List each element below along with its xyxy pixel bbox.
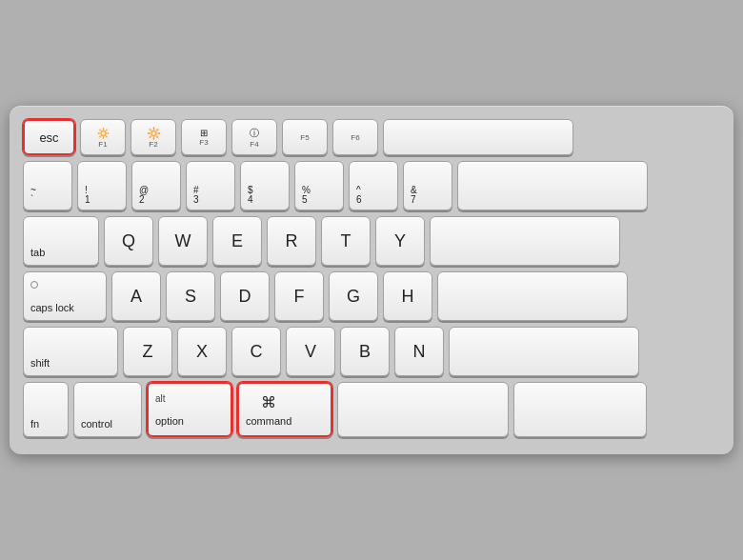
- key-f4[interactable]: ⓘ F4: [231, 119, 277, 155]
- capslock-dot-icon: [30, 281, 38, 289]
- key-2-bot: 2: [139, 195, 145, 205]
- key-h[interactable]: H: [383, 271, 432, 321]
- key-d-label: D: [228, 277, 262, 315]
- bottom-row: fn control alt option ⌘ command: [23, 382, 720, 437]
- key-e-label: E: [220, 222, 254, 260]
- key-tab[interactable]: tab: [23, 216, 99, 266]
- key-5-bot: 5: [302, 195, 308, 205]
- key-8-partial[interactable]: [457, 161, 648, 210]
- key-c[interactable]: C: [231, 327, 281, 376]
- key-1[interactable]: ! 1: [77, 161, 127, 210]
- key-3-bot: 3: [193, 195, 199, 205]
- key-g-label: G: [336, 277, 371, 315]
- key-capslock-label: caps lock: [30, 302, 74, 313]
- key-tilde[interactable]: ~ `: [23, 161, 72, 210]
- key-option[interactable]: alt option: [147, 382, 232, 437]
- key-6[interactable]: ^ 6: [349, 161, 398, 210]
- key-5[interactable]: % 5: [294, 161, 344, 210]
- key-z[interactable]: Z: [123, 327, 172, 376]
- key-command-symbol: ⌘: [261, 393, 276, 411]
- zxcv-row: shift Z X C V B N: [23, 327, 720, 376]
- key-f6-partial[interactable]: [383, 119, 573, 155]
- key-f2[interactable]: 🔆 F2: [131, 119, 176, 155]
- key-s-label: S: [173, 277, 208, 315]
- key-q-label: Q: [111, 222, 146, 260]
- key-shift-label: shift: [30, 357, 50, 369]
- key-f6-content: F6: [340, 125, 371, 150]
- key-f-label: F: [282, 277, 316, 315]
- key-1-bot: 1: [85, 195, 90, 205]
- key-4-bot: 4: [248, 195, 253, 205]
- key-2[interactable]: @ 2: [131, 161, 181, 210]
- key-x[interactable]: X: [177, 327, 227, 376]
- qwerty-row: tab Q W E R T Y: [23, 216, 720, 266]
- key-e[interactable]: E: [212, 216, 262, 266]
- key-b-label: B: [348, 332, 382, 370]
- asdf-row: caps lock A S D F G H: [23, 271, 720, 321]
- key-space-partial[interactable]: [513, 382, 647, 437]
- key-4[interactable]: $ 4: [240, 161, 290, 210]
- key-n[interactable]: N: [394, 327, 444, 376]
- key-v[interactable]: V: [286, 327, 335, 376]
- key-g[interactable]: G: [329, 271, 378, 321]
- key-h-label: H: [391, 277, 425, 315]
- key-a-label: A: [119, 277, 153, 315]
- key-w-label: W: [166, 222, 200, 260]
- key-m-partial[interactable]: [449, 327, 639, 376]
- key-control[interactable]: control: [73, 382, 142, 437]
- key-r-label: R: [274, 222, 309, 260]
- key-t-label: T: [329, 222, 363, 260]
- key-esc-label: esc: [31, 126, 67, 149]
- key-fn-label: fn: [30, 418, 39, 430]
- key-f3[interactable]: ⊞ F3: [181, 119, 227, 155]
- key-fn[interactable]: fn: [23, 382, 69, 437]
- key-f2-content: 🔆 F2: [138, 125, 169, 150]
- key-y-label: Y: [383, 222, 417, 260]
- key-esc[interactable]: esc: [23, 119, 75, 155]
- key-7[interactable]: & 7: [403, 161, 452, 210]
- key-n-label: N: [402, 332, 436, 370]
- key-6-bot: 6: [356, 195, 362, 205]
- key-x-label: X: [185, 332, 219, 370]
- key-s[interactable]: S: [166, 271, 215, 321]
- key-c-label: C: [239, 332, 273, 370]
- key-shift[interactable]: shift: [23, 327, 118, 376]
- key-tab-label: tab: [30, 247, 45, 258]
- key-v-label: V: [293, 332, 328, 370]
- key-option-label: option: [155, 415, 184, 427]
- key-z-label: Z: [131, 332, 165, 370]
- key-f4-content: ⓘ F4: [239, 125, 270, 150]
- key-control-label: control: [81, 418, 112, 430]
- key-f1-content: 🔅 F1: [88, 125, 118, 150]
- key-f5-content: F5: [290, 125, 320, 150]
- fn-row: esc 🔅 F1 🔆 F2 ⊞ F3 ⓘ F4: [23, 119, 720, 155]
- num-row: ~ ` ! 1 @ 2 # 3 $ 4 % 5 ^ 6 & 7: [23, 161, 720, 210]
- key-f1[interactable]: 🔅 F1: [80, 119, 126, 155]
- key-option-sublabel: alt: [155, 393, 184, 404]
- key-f3-content: ⊞ F3: [189, 125, 219, 150]
- key-f[interactable]: F: [274, 271, 324, 321]
- key-command-label: command: [246, 415, 291, 427]
- key-space[interactable]: [337, 382, 509, 437]
- key-3[interactable]: # 3: [186, 161, 235, 210]
- key-a[interactable]: A: [111, 271, 161, 321]
- key-tilde-bot: `: [30, 195, 33, 205]
- key-7-bot: 7: [411, 195, 416, 205]
- key-command[interactable]: ⌘ command: [237, 382, 332, 437]
- key-b[interactable]: B: [340, 327, 390, 376]
- key-d[interactable]: D: [220, 271, 270, 321]
- key-capslock[interactable]: caps lock: [23, 271, 107, 321]
- key-q[interactable]: Q: [104, 216, 153, 266]
- key-u-partial[interactable]: [430, 216, 620, 266]
- key-f5[interactable]: F5: [282, 119, 328, 155]
- key-y[interactable]: Y: [375, 216, 425, 266]
- key-w[interactable]: W: [158, 216, 208, 266]
- key-j-partial[interactable]: [437, 271, 628, 321]
- key-r[interactable]: R: [267, 216, 316, 266]
- key-t[interactable]: T: [321, 216, 371, 266]
- key-f6[interactable]: F6: [332, 119, 378, 155]
- keyboard: esc 🔅 F1 🔆 F2 ⊞ F3 ⓘ F4: [10, 106, 733, 454]
